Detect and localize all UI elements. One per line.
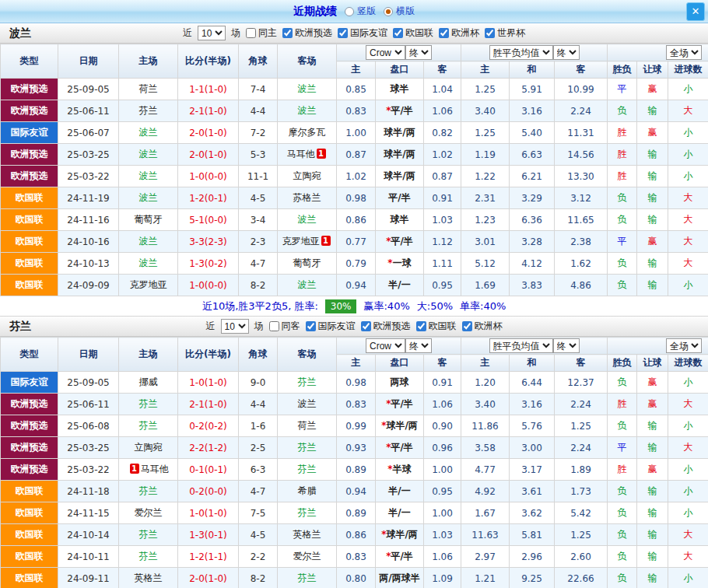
cell-away-team: 波兰	[278, 100, 337, 122]
cell-mean-draw: 6.36	[510, 209, 555, 231]
mean-select[interactable]: 胜平负均值	[489, 45, 553, 60]
cell-mean-home: 1.19	[461, 144, 510, 166]
cell-winloss: 负	[608, 100, 637, 122]
competition-type-badge: 欧洲预选	[1, 166, 58, 187]
cell-mean-draw: 6.63	[510, 144, 555, 166]
handicap-text: 球半	[391, 83, 409, 94]
competition-type-badge: 欧洲预选	[1, 100, 58, 122]
scope-select[interactable]: 全场	[666, 45, 702, 60]
checkbox-label: 欧洲杯	[451, 26, 479, 40]
layout-radio-vertical[interactable]: 竖版	[345, 5, 376, 18]
team-name-text: 芬兰	[298, 442, 317, 453]
cell-away-team: 希腊	[278, 481, 337, 502]
cell-home-team: 波兰	[119, 187, 178, 209]
filter-checkbox-same-home[interactable]: 同主	[246, 26, 277, 40]
team-name-text: 芬兰	[139, 551, 158, 562]
filter-checkbox-nations-league[interactable]: 欧国联	[416, 320, 457, 333]
cell-handicap: 球半	[376, 79, 424, 100]
cell-handicap-result: 输	[637, 166, 668, 187]
checkbox-input-euro-qualifiers[interactable]	[361, 321, 371, 331]
cell-odds-away: 0.95	[424, 275, 461, 296]
cell-winloss: 胜	[608, 122, 637, 144]
win-rate-badge: 30%	[325, 299, 357, 313]
col-header-handicap: 盘口	[376, 355, 424, 372]
odds-group-header: Crow终	[337, 338, 461, 355]
cell-winloss: 胜	[608, 459, 637, 481]
cell-score: 1-0(1-0)	[178, 372, 239, 394]
table-row: 欧洲预选25-03-221马耳他0-1(0-1)6-3芬兰0.89*半球1.00…	[1, 459, 708, 481]
red-card-badge: 1	[321, 236, 331, 246]
cell-corner: 4-4	[239, 100, 278, 122]
match-count-select[interactable]: 10	[221, 319, 249, 334]
checkbox-input-intl-friendly[interactable]	[338, 28, 348, 38]
games-label: 场	[231, 26, 240, 40]
cell-goals-result: 小	[668, 459, 708, 481]
cell-winloss: 负	[608, 253, 637, 275]
red-card-badge: 1	[317, 149, 326, 159]
scope-select[interactable]: 全场	[666, 338, 702, 353]
mean-final-select[interactable]: 终	[553, 338, 580, 353]
cell-mean-home: 1.21	[461, 568, 510, 588]
checkbox-input-euro-cup[interactable]	[462, 321, 472, 331]
odds-source-select[interactable]: Crow	[366, 338, 405, 353]
filter-checkbox-euro-qualifiers[interactable]: 欧洲预选	[282, 26, 332, 40]
cell-goals-result: 大	[668, 546, 708, 568]
cell-winloss: 胜	[608, 394, 637, 415]
cell-odds-home: 1.02	[337, 166, 376, 187]
team-name-text: 芬兰	[298, 572, 317, 583]
checkbox-input-same-away[interactable]	[269, 321, 279, 331]
handicap-text: 平/半	[391, 105, 412, 116]
checkbox-input-nations-league[interactable]	[416, 321, 426, 331]
close-icon[interactable]: ✕	[686, 2, 705, 21]
cell-away-team: 芬兰	[278, 568, 337, 588]
filter-checkbox-intl-friendly[interactable]: 国际友谊	[306, 320, 356, 333]
summary-bar: 近10场,胜3平2负5, 胜率:30%赢率:40%大:50%单率:40%	[0, 296, 708, 317]
checkbox-input-euro-cup[interactable]	[439, 28, 449, 38]
layout-radio-horizontal[interactable]: 横版	[384, 5, 415, 18]
cell-odds-home: 0.86	[337, 524, 376, 546]
mean-select[interactable]: 胜平负均值	[489, 338, 553, 353]
filter-checkbox-euro-cup[interactable]: 欧洲杯	[439, 26, 479, 40]
checkbox-input-same-home[interactable]	[246, 28, 256, 38]
cell-odds-away: 1.00	[424, 459, 461, 481]
team-name-text: 波兰	[139, 127, 158, 138]
cell-date: 25-06-07	[58, 122, 119, 144]
cell-date: 24-11-16	[58, 209, 119, 231]
filter-checkbox-same-away[interactable]: 同客	[269, 320, 300, 333]
cell-score: 0-2(0-2)	[178, 415, 239, 437]
filter-checkbox-euro-qualifiers[interactable]: 欧洲预选	[361, 320, 411, 333]
cell-odds-home: 0.87	[337, 144, 376, 166]
cell-score: 1-0(0-0)	[178, 275, 239, 296]
checkbox-input-euro-qualifiers[interactable]	[282, 28, 293, 38]
checkbox-input-nations-league[interactable]	[393, 28, 403, 38]
match-count-select[interactable]: 10	[198, 26, 226, 40]
cell-odds-home: 0.83	[337, 100, 376, 122]
checkbox-input-intl-friendly[interactable]	[306, 321, 316, 331]
cell-winloss: 胜	[608, 166, 637, 187]
cell-goals-result: 大	[668, 209, 708, 231]
odds-final-select[interactable]: 终	[405, 338, 432, 353]
cell-handicap: 球半/两	[376, 166, 424, 187]
col-header-goals: 进球数	[668, 355, 708, 372]
scope-group-header: 全场	[608, 44, 708, 61]
cell-date: 24-11-19	[58, 187, 119, 209]
table-row: 欧洲预选25-06-11芬兰2-1(1-0)4-4波兰0.83*平/半1.063…	[1, 394, 708, 415]
filter-checkbox-euro-cup[interactable]: 欧洲杯	[462, 320, 503, 333]
cell-date: 25-03-22	[58, 459, 119, 481]
cell-odds-home: 0.89	[337, 502, 376, 524]
cell-mean-home: 3.01	[461, 231, 510, 253]
cell-handicap-result: 输	[637, 209, 668, 231]
team-name-text: 挪威	[139, 376, 158, 387]
cell-home-team: 芬兰	[119, 524, 178, 546]
team-name-text: 波兰	[298, 105, 317, 116]
checkbox-input-world-cup[interactable]	[485, 28, 495, 38]
handicap-text: 平/半	[388, 192, 410, 203]
odds-source-select[interactable]: Crow	[366, 45, 405, 60]
filter-checkbox-nations-league[interactable]: 欧国联	[393, 26, 433, 40]
filter-checkbox-world-cup[interactable]: 世界杯	[485, 26, 525, 40]
competition-type-badge: 欧国联	[1, 502, 58, 524]
mean-final-select[interactable]: 终	[553, 45, 580, 60]
odds-final-select[interactable]: 终	[405, 45, 432, 60]
competition-type-badge: 欧国联	[1, 209, 58, 231]
filter-checkbox-intl-friendly[interactable]: 国际友谊	[338, 26, 387, 40]
